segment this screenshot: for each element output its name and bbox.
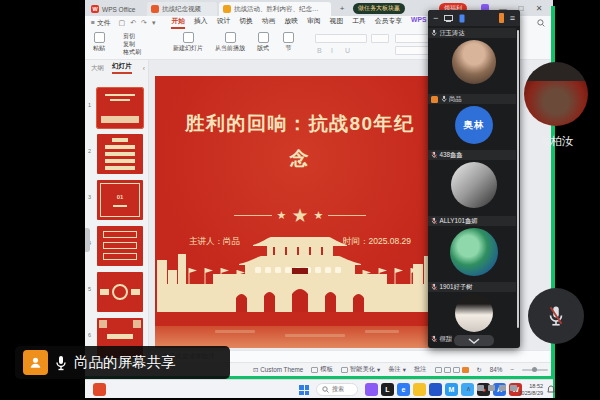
floating-participant-muted-tile[interactable] [528, 288, 584, 344]
taskbar-app-1[interactable] [365, 383, 378, 396]
ribbon-tab-transition[interactable]: 切换 [239, 16, 253, 29]
format-painter-button[interactable]: 格式刷 [123, 48, 141, 56]
ribbon-tab-member[interactable]: 会员专享 [375, 16, 402, 29]
taskbar-app-2[interactable]: L [381, 383, 394, 396]
taskbar-search[interactable]: 搜索 [316, 383, 358, 396]
participant-video-tile[interactable] [455, 294, 493, 332]
collapse-panel-icon[interactable]: ‹ [143, 65, 145, 72]
tab-document-2-active[interactable]: 抗战活动、胜利内容、纪念… [219, 2, 331, 16]
participant-video-tile[interactable]: 奥林 [455, 106, 493, 144]
new-slide-button[interactable]: 新建幻灯片 [173, 32, 203, 53]
ribbon-tab-tools[interactable]: 工具 [352, 16, 366, 29]
ribbon-tab-design[interactable]: 设计 [217, 16, 231, 29]
view-normal-icon[interactable] [435, 367, 442, 373]
panel-menu-button[interactable]: ≡ [510, 13, 515, 23]
taskbar-clock[interactable]: 18:52 2025/8/29 [513, 383, 543, 396]
refresh-icon[interactable]: ↻ [477, 366, 482, 373]
theme-button[interactable]: ⊡ Custom Theme [253, 366, 303, 373]
volume-icon[interactable] [499, 385, 506, 391]
window-close-button[interactable]: ✕ [531, 1, 547, 15]
view-sorter-icon[interactable] [444, 367, 451, 373]
file-menu[interactable]: ≡ 文件 [91, 18, 111, 28]
participant-video-tile[interactable] [451, 162, 497, 208]
windows-start-button[interactable] [299, 385, 309, 395]
font-family-select[interactable] [315, 34, 367, 43]
zoom-out-button[interactable]: − [510, 366, 514, 373]
search-icon [322, 386, 329, 393]
participant-row[interactable]: 1901好子树 [428, 282, 516, 292]
tab-document-1[interactable]: 抗战纪念视频 [147, 2, 217, 16]
taskbar-app-3[interactable] [429, 383, 442, 396]
mic-muted-icon [431, 283, 437, 291]
clipboard-group[interactable]: 剪切 复制 格式刷 [123, 32, 141, 56]
undo-icon[interactable]: ↶ [130, 19, 136, 27]
font-size-select[interactable] [371, 34, 389, 43]
taskbar-app-files[interactable] [413, 383, 426, 396]
paste-button[interactable]: 粘贴 [93, 32, 105, 53]
save-icon[interactable]: ▢ [119, 19, 126, 27]
slide-thumbnail-1[interactable] [97, 88, 143, 128]
slide-thumbnail-4[interactable] [97, 226, 143, 266]
participant-row[interactable]: 438鑫鑫 [428, 150, 516, 160]
tab-wps-home[interactable]: W WPS Office [87, 2, 145, 16]
screen-share-indicator[interactable]: 尚品的屏幕共享 [15, 346, 230, 379]
slide-canvas[interactable]: 胜利的回响：抗战80年纪念 ★ ★ ★ 主讲人：尚品 时间：2025.08.29 [155, 76, 445, 348]
section-icon [283, 32, 294, 43]
panel-resize-handle[interactable] [85, 228, 90, 252]
play-from-current-button[interactable]: 从当前播放 [215, 32, 245, 53]
cut-button[interactable]: 剪切 [123, 32, 141, 40]
wifi-icon[interactable] [488, 385, 495, 391]
desktop-background: W WPS Office 抗战纪念视频 抗战活动、胜利内容、纪念… + 做任务大… [0, 0, 600, 400]
qat-dropdown-icon[interactable]: ▾ [152, 19, 156, 27]
zoom-slider[interactable] [522, 369, 548, 371]
copy-button[interactable]: 复制 [123, 40, 141, 48]
bold-button[interactable]: B [317, 47, 325, 54]
italic-button[interactable]: I [331, 47, 336, 54]
participant-row[interactable]: ALLY101鑫媚 [428, 216, 516, 226]
section-button[interactable]: 节 [283, 32, 294, 53]
new-tab-button[interactable]: + [334, 1, 350, 15]
floating-participant-avatar[interactable] [524, 62, 588, 126]
play-slideshow-icon[interactable] [462, 367, 469, 373]
slide-thumbnail-2[interactable] [97, 134, 143, 174]
slide-title[interactable]: 胜利的回响：抗战80年纪念 [180, 106, 420, 176]
participant-row[interactable]: 汪玉涛达 [428, 28, 516, 38]
template-button[interactable]: 模板 [311, 365, 333, 374]
taskbar-app-edge[interactable]: e [397, 383, 410, 396]
ribbon-tab-animation[interactable]: 动画 [262, 16, 276, 29]
panel-minimize-button[interactable]: − [433, 13, 438, 23]
search-icon[interactable] [537, 19, 545, 27]
promo-task-badge[interactable]: 做任务大板块赢 [353, 3, 405, 14]
comments-button[interactable]: 批注 [414, 365, 427, 374]
ribbon-tab-review[interactable]: 审阅 [307, 16, 321, 29]
ime-icon[interactable] [477, 385, 484, 391]
participant-video-tile[interactable] [452, 40, 496, 84]
participant-video-tile[interactable] [450, 228, 498, 276]
notification-bell-icon[interactable] [547, 385, 555, 394]
collapse-participants-button[interactable] [454, 335, 494, 346]
person-icon [28, 355, 43, 370]
monitor-icon[interactable] [444, 15, 453, 22]
layout-button[interactable]: 版式 [257, 32, 269, 53]
ribbon-tab-insert[interactable]: 插入 [194, 16, 208, 29]
ribbon-tab-home[interactable]: 开始 [171, 16, 185, 29]
tab-slides[interactable]: 幻灯片 [112, 62, 132, 74]
slide-thumbnail-panel: 大纲 幻灯片 ‹ 1 2 3 01 [85, 60, 149, 376]
taskbar-app-live[interactable] [93, 383, 106, 396]
ribbon-tab-view[interactable]: 视图 [330, 16, 344, 29]
participant-name: 438鑫鑫 [440, 151, 463, 160]
tray-expand-icon[interactable]: ∧ [466, 385, 471, 393]
redo-icon[interactable]: ↷ [141, 19, 147, 27]
tab-outline[interactable]: 大纲 [91, 64, 104, 73]
view-reading-icon[interactable] [453, 367, 460, 373]
ribbon-tab-slideshow[interactable]: 放映 [284, 16, 298, 29]
taskbar-app-4[interactable]: M [445, 383, 458, 396]
participant-row-presenter[interactable]: 尚品 [428, 94, 516, 104]
slide-thumbnail-3[interactable]: 01 [97, 180, 143, 220]
phone-icon[interactable] [459, 14, 465, 23]
underline-button[interactable]: U [345, 47, 353, 54]
beautify-button[interactable]: 智能美化 ▾ [341, 365, 380, 374]
notes-button[interactable]: 备注 ▾ [388, 365, 406, 374]
slide-thumbnail-5[interactable] [97, 272, 143, 312]
panel-scrollbar[interactable] [517, 30, 520, 328]
